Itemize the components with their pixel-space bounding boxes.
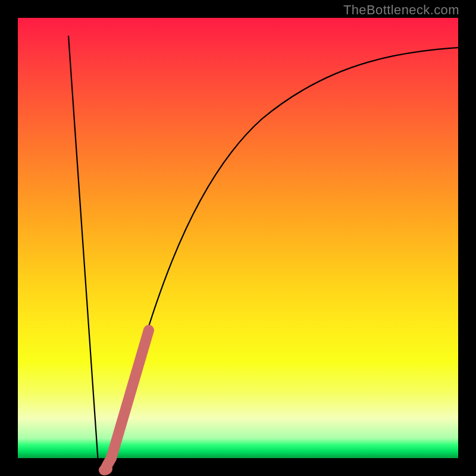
bottleneck-curve-plot [36, 36, 476, 476]
highlight-dot [99, 465, 109, 475]
chart-area [0, 0, 476, 476]
watermark-text: TheBottleneck.com [343, 2, 459, 18]
highlight-segment [105, 330, 149, 470]
